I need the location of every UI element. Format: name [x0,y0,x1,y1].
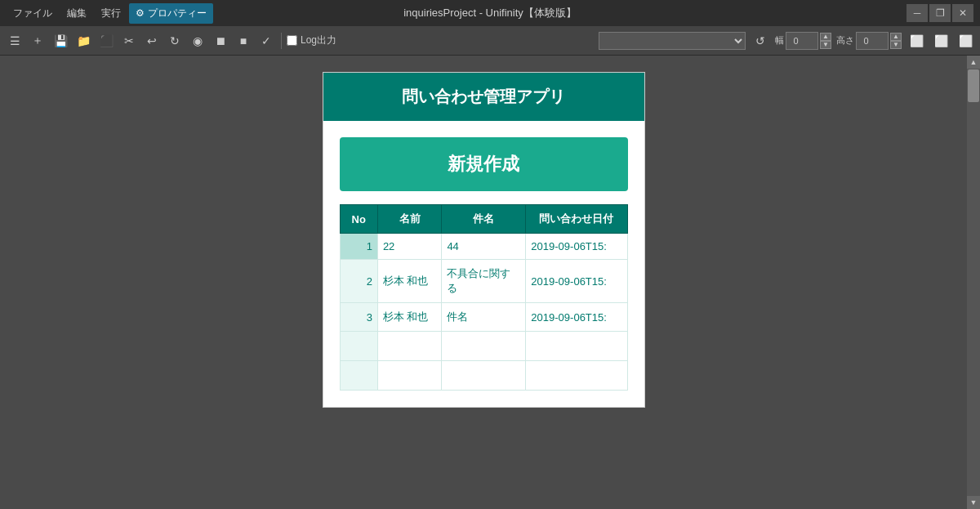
toolbar-right: ↺ 幅 ▲ ▼ 高さ ▲ ▼ ⬜ ⬜ ⬜ [599,31,975,51]
toolbar-btn-cut[interactable]: ✂ [119,31,139,51]
toolbar-btn-open[interactable]: 📁 [74,31,93,51]
cell-name: 杉本 和也 [377,260,442,303]
cell-date: 2019-09-06T15: [526,303,627,332]
width-input[interactable] [786,32,818,50]
title-bar: ファイル 編集 実行 プロパティー inquiriesProject - Uni… [0,0,980,26]
menu-properties[interactable]: プロパティー [129,3,213,24]
cell-name: 22 [377,234,442,260]
cell-subject: 件名 [442,303,526,332]
canvas-area: 問い合わせ管理アプリ 新規作成 No 名前 件名 問い合わせ日付 [0,56,967,509]
toolbar-layout-btn-1[interactable]: ⬜ [906,31,926,51]
toolbar-btn-undo[interactable]: ↩ [142,31,162,51]
table-header-row: No 名前 件名 問い合わせ日付 [340,205,627,234]
empty-row [340,361,627,391]
scroll-track[interactable] [967,69,980,496]
scroll-up-button[interactable]: ▲ [967,56,980,69]
app-window: 問い合わせ管理アプリ 新規作成 No 名前 件名 問い合わせ日付 [323,72,645,408]
col-header-no: No [340,205,377,234]
toolbar-btn-add[interactable]: ＋ [28,31,47,51]
cell-date: 2019-09-06T15: [526,234,627,260]
toolbar-btn-1[interactable]: ☰ [5,31,24,51]
toolbar-layout-btn-2[interactable]: ⬜ [931,31,951,51]
toolbar-btn-redo[interactable]: ↻ [165,31,185,51]
log-output-label: Log出力 [287,33,336,47]
toolbar-btn-check[interactable]: ✓ [256,31,276,51]
toolbar-btn-rect[interactable]: ■ [234,31,253,51]
height-input[interactable] [856,32,889,50]
toolbar-refresh-btn[interactable]: ↺ [751,31,770,51]
menu-properties-label: プロパティー [148,7,207,20]
toolbar-dropdown[interactable] [599,32,746,50]
toolbar-separator-1 [281,33,282,49]
toolbar-btn-save[interactable]: 💾 [51,31,70,51]
toolbar-btn-stop[interactable]: ⏹ [211,31,230,51]
close-button[interactable]: ✕ [952,4,973,22]
cell-subject: 不具合に関する [442,260,526,303]
toolbar-btn-5[interactable]: ⬛ [96,31,116,51]
cell-subject: 44 [442,234,526,260]
width-up[interactable]: ▲ [820,33,831,41]
scrollbar-right: ▲ ▼ [967,56,980,509]
table-row[interactable]: 122442019-09-06T15: [340,234,627,260]
height-up[interactable]: ▲ [890,33,902,41]
menu-edit[interactable]: 編集 [60,3,93,24]
col-header-date: 問い合わせ日付 [526,205,627,234]
app-title: 問い合わせ管理アプリ [402,87,565,105]
data-table: No 名前 件名 問い合わせ日付 122442019-09-06T15:2杉本 … [340,204,628,391]
new-create-button[interactable]: 新規作成 [340,137,628,191]
gear-icon [136,7,145,19]
width-spinners: ▲ ▼ [820,33,831,49]
restore-button[interactable]: ❐ [929,4,951,22]
cell-no: 1 [340,234,377,260]
col-header-name: 名前 [377,205,442,234]
log-output-text: Log出力 [301,33,336,47]
table-row[interactable]: 3杉本 和也件名2019-09-06T15: [340,303,627,332]
minimize-button[interactable]: ─ [906,4,928,22]
table-row[interactable]: 2杉本 和也不具合に関する2019-09-06T15: [340,260,627,303]
cell-name: 杉本 和也 [377,303,442,332]
scroll-thumb [968,69,979,102]
height-label: 高さ [836,34,854,47]
height-group: 高さ ▲ ▼ [836,32,902,50]
menu-bar: ファイル 編集 実行 プロパティー [7,3,213,24]
empty-row [340,332,627,361]
width-down[interactable]: ▼ [820,41,831,49]
app-body: 新規作成 No 名前 件名 問い合わせ日付 122442019-09-06T15… [323,121,644,407]
toolbar-layout-btn-3[interactable]: ⬜ [956,31,975,51]
toolbar-btn-wifi[interactable]: ◉ [188,31,207,51]
scroll-down-button[interactable]: ▼ [967,496,980,509]
width-group: 幅 ▲ ▼ [775,32,831,50]
height-down[interactable]: ▼ [890,41,902,49]
cell-no: 2 [340,260,377,303]
log-output-checkbox[interactable] [287,35,297,46]
window-title: inquiriesProject - Unifinity【体験版】 [403,6,577,20]
width-label: 幅 [775,34,784,47]
col-header-subject: 件名 [442,205,526,234]
main-area: 問い合わせ管理アプリ 新規作成 No 名前 件名 問い合わせ日付 [0,56,980,509]
toolbar: ☰ ＋ 💾 📁 ⬛ ✂ ↩ ↻ ◉ ⏹ ■ ✓ Log出力 ↺ 幅 ▲ ▼ 高さ… [0,26,980,56]
height-spinners: ▲ ▼ [890,33,902,49]
cell-date: 2019-09-06T15: [526,260,627,303]
window-controls: ─ ❐ ✕ [906,4,973,22]
cell-no: 3 [340,303,377,332]
menu-file[interactable]: ファイル [7,3,59,24]
app-header: 問い合わせ管理アプリ [323,73,644,121]
menu-run[interactable]: 実行 [95,3,127,24]
